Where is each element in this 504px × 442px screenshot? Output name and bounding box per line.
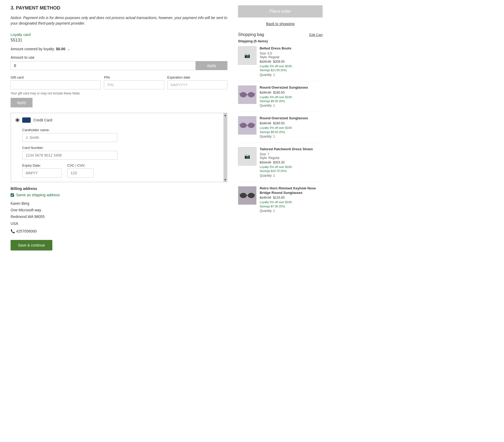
item-image: 📷 [238,147,256,166]
gift-card-apply-button[interactable]: Apply [11,98,33,107]
shipping-label: Shipping (5 items) [238,39,323,43]
credit-card-scroll-area[interactable]: Credit Card Cardholder name: Card Number… [11,113,227,182]
card-number-input[interactable] [22,151,117,160]
item-details: Tailored Patchwork Dress Shoes Size: 7 S… [260,147,323,177]
expiry-cvv-row: Expiry Date: CVC / CVV: [22,163,223,177]
cart-item: Round Oversized Sunglasses $190.00 $180.… [238,85,323,112]
sunglasses-svg [239,91,255,98]
cart-item: 📷 Belted Dress Boots Size: 6.5 Style: Re… [238,46,323,81]
svg-line-14 [255,194,255,195]
cvv-input[interactable] [67,168,94,177]
expiration-field: Expiration date [167,75,227,89]
item-price-new: $133.00 [273,196,285,199]
credit-card-icon [22,117,31,123]
scroll-down-arrow[interactable]: ▼ [223,177,227,182]
amount-covered: Amount covered by loyalty: $0.00 ⌄ [11,47,227,51]
gift-card-input[interactable] [11,80,101,89]
item-quantity: Quantity: 1 [260,209,323,213]
item-image [238,186,256,205]
item-name: Round Oversized Sunglasses [260,85,323,90]
billing-section: Billing address Same as shipping address… [11,186,227,235]
pin-field: PIN [104,75,164,89]
expiration-input[interactable] [167,80,227,89]
sidebar: Place order Back to shopping Shopping ba… [238,5,323,250]
gift-card-field: Gift card [11,75,101,89]
loyalty-label: Loyalty card [11,33,227,37]
item-loyalty: Loyalty 5% off over $100:Savings $9.50 (… [260,126,323,134]
item-price-old: $220.00 [260,60,271,63]
svg-point-5 [240,123,247,128]
svg-line-8 [239,124,240,125]
gift-card-label: Gift card [11,75,101,79]
item-name: Belted Dress Boots [260,46,323,51]
item-details: Round Oversized Sunglasses $190.00 $180.… [260,116,323,138]
billing-country: USA [11,220,227,227]
same-as-shipping-checkbox[interactable] [11,193,14,197]
svg-line-9 [255,124,255,125]
expiry-group: Expiry Date: [22,163,62,177]
cardholder-input[interactable] [22,133,117,142]
amount-to-use-input[interactable] [11,61,196,70]
notice-text: Notice: Payment info is for demo purpose… [11,15,227,26]
item-price-new: $180.50 [273,91,285,94]
svg-point-11 [248,193,255,198]
item-prices: $140.00 $133.00 [260,196,323,199]
svg-line-4 [255,94,255,94]
pin-input[interactable] [104,80,164,89]
card-number-group: Card Number: [22,146,223,160]
item-size: Size: 7 [260,152,323,156]
item-price-old: $140.00 [260,196,271,199]
save-continue-button[interactable]: Save & continue [11,240,52,250]
gift-card-hint: Your gift card may or may not include th… [11,92,227,95]
cvv-label: CVC / CVV: [67,163,94,167]
credit-card-radio[interactable] [15,118,20,122]
back-to-shopping-link[interactable]: Back to shopping [238,22,323,26]
same-as-shipping-label[interactable]: Same as shipping address [16,193,60,197]
item-size: Size: 6.5 [260,52,323,55]
gift-card-row: Gift card PIN Expiration date [11,75,227,89]
cardholder-group: Cardholder name: [22,128,223,142]
cart-items: 📷 Belted Dress Boots Size: 6.5 Style: Re… [238,46,323,217]
place-order-button[interactable]: Place order [238,5,323,17]
cardholder-label: Cardholder name: [22,128,223,132]
pin-label: PIN [104,75,164,79]
item-image [238,116,256,135]
item-loyalty: Loyalty 5% off over $100:Savings $9.50 (… [260,95,323,103]
expiry-input[interactable] [22,168,62,177]
item-prices: $220.00 $209.00 [260,60,323,63]
item-image: 📷 [238,46,256,65]
item-price-old: $190.00 [260,121,271,125]
scroll-track: ▲ ▼ [223,113,227,182]
section-title: 3. PAYMENT METHOD [11,5,227,11]
amount-covered-dropdown[interactable]: ⌄ [67,47,70,51]
item-loyalty: Loyalty 5% off over $100:Savings $7.00 (… [260,200,323,208]
loyalty-card-number: 55131 [11,38,227,43]
credit-card-option[interactable]: Credit Card [15,117,223,123]
cart-item: Round Oversized Sunglasses $190.00 $180.… [238,116,323,143]
card-number-label: Card Number: [22,146,223,150]
item-details: Retro Horn Rimmed Keyhole Nose Bridge Ro… [260,186,323,213]
billing-city-state-zip: Redmond WA 98055 [11,213,227,220]
loyalty-apply-button[interactable]: Apply [196,61,227,70]
item-loyalty: Loyalty 5% off over $100:Savings $10.70 … [260,165,323,173]
same-as-shipping-row[interactable]: Same as shipping address [11,193,227,197]
svg-line-13 [239,194,240,195]
cart-item: 📷 Tailored Patchwork Dress Shoes Size: 7… [238,147,323,182]
phone-icon: 📞 [11,229,15,233]
billing-title: Billing address [11,186,227,191]
scroll-up-arrow[interactable]: ▲ [223,113,227,117]
cart-item: Retro Horn Rimmed Keyhole Nose Bridge Ro… [238,186,323,217]
expiration-label: Expiration date [167,75,227,79]
item-name: Round Oversized Sunglasses [260,116,323,121]
item-details: Belted Dress Boots Size: 6.5 Style: Regu… [260,46,323,77]
item-details: Round Oversized Sunglasses $190.00 $180.… [260,85,323,108]
item-quantity: Quantity: 1 [260,73,323,77]
credit-card-label: Credit Card [33,118,52,122]
item-price-new: $203.30 [273,161,285,164]
edit-cart-link[interactable]: Edit Cart [309,33,323,37]
shopping-bag-header: Shopping bag Edit Cart [238,32,323,37]
item-quantity: Quantity: 1 [260,135,323,138]
item-style: Style: Regular [260,55,323,59]
svg-line-3 [239,94,240,94]
item-quantity: Quantity: 1 [260,174,323,177]
